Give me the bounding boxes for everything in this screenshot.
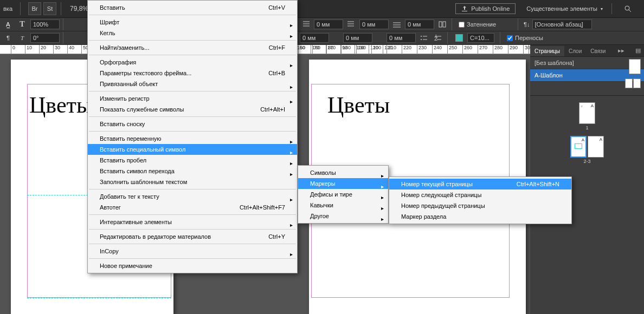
menu-item-label: InCopy bbox=[100, 248, 119, 254]
spread-thumb-2-3[interactable]: A A bbox=[570, 136, 604, 158]
menu-item-shortcut: Ctrl+Y bbox=[247, 233, 285, 240]
master-thumb-a[interactable] bbox=[625, 78, 641, 88]
character-mode-icon[interactable]: A̲ bbox=[2, 18, 14, 30]
menu-item[interactable]: АвтотегCtrl+Alt+Shift+F7 bbox=[88, 202, 297, 213]
paragraph-style-combo[interactable]: [Основной абзац] bbox=[532, 19, 592, 29]
search-button[interactable] bbox=[611, 3, 644, 14]
menu-item-label: Вставить специальный символ bbox=[100, 146, 185, 153]
menu-item[interactable]: Дефисы и тире bbox=[298, 189, 388, 200]
menu-item[interactable]: Маркер раздела bbox=[389, 211, 571, 222]
menu-item[interactable]: Орфография bbox=[88, 57, 297, 68]
guide-line[interactable] bbox=[27, 298, 171, 298]
menu-item[interactable]: Изменить регистр bbox=[88, 93, 297, 104]
menu-item-shortcut: Ctrl+Alt+Shift+N bbox=[495, 181, 559, 187]
menu-item-label: Номер предыдущей страницы bbox=[401, 202, 485, 209]
shading-checkbox[interactable]: Затенение bbox=[459, 21, 496, 28]
shading-swatch-icon[interactable] bbox=[453, 32, 465, 44]
menu-item[interactable]: Интерактивные элементы bbox=[88, 217, 297, 227]
skew-field[interactable]: 0° bbox=[30, 33, 60, 43]
svg-point-5 bbox=[421, 39, 422, 40]
indent-right-icon[interactable] bbox=[345, 18, 357, 30]
ruler-tick: 290 bbox=[508, 45, 518, 54]
svg-rect-3 bbox=[443, 22, 446, 27]
menu-separator bbox=[89, 55, 296, 55]
tracking-field[interactable]: 100% bbox=[30, 19, 60, 29]
menu-separator bbox=[89, 214, 296, 215]
shading-swatch-combo[interactable]: C=10... bbox=[467, 33, 494, 43]
menu-item-label: Заполнить шаблонным текстом bbox=[100, 179, 187, 185]
menu-item[interactable]: Заполнить шаблонным текстом bbox=[88, 176, 297, 187]
menu-item[interactable]: Маркеры bbox=[298, 178, 388, 189]
menu-item[interactable]: Добавить тег к тексту bbox=[88, 191, 297, 202]
menu-item[interactable]: Кегль bbox=[88, 28, 297, 38]
menu-item[interactable]: Новое примечание bbox=[88, 260, 297, 271]
tab-pages[interactable]: Страницы bbox=[530, 46, 564, 56]
bridge-button[interactable]: Br bbox=[28, 2, 41, 15]
menu-item[interactable]: Кавычки bbox=[298, 200, 388, 211]
menu-item[interactable]: InCopy bbox=[88, 246, 297, 257]
columns-icon[interactable] bbox=[436, 18, 448, 30]
panel-collapse-icon[interactable]: ▸▸ bbox=[615, 45, 628, 56]
menu-item[interactable]: Вставить специальный символ bbox=[88, 144, 297, 155]
submenu-special-char[interactable]: СимволыМаркерыДефисы и тиреКавычкиДругое bbox=[298, 165, 389, 224]
menu-separator bbox=[89, 116, 296, 117]
type-tool-icon[interactable]: T bbox=[16, 18, 28, 30]
page-thumb-1[interactable]: A▾ bbox=[579, 102, 595, 124]
master-none-row[interactable]: [Без шаблона] bbox=[530, 57, 644, 69]
workspace-switcher[interactable]: Существенные элементы ▾ bbox=[522, 4, 607, 14]
menu-item[interactable]: Вставить символ перехода bbox=[88, 166, 297, 176]
right-indent-field[interactable]: 0 мм bbox=[359, 19, 389, 29]
tab-layers[interactable]: Слои bbox=[564, 46, 586, 56]
first-indent-field[interactable]: 0 мм bbox=[300, 33, 329, 43]
menu-item-label: Номер следующей страницы bbox=[401, 192, 481, 198]
menu-item[interactable]: Номер следующей страницы bbox=[389, 189, 571, 200]
menu-item-label: Маркеры bbox=[310, 180, 336, 187]
zoom-display[interactable]: 79,8% bbox=[70, 5, 88, 12]
menu-item[interactable]: Номер текущей страницыCtrl+Alt+Shift+N bbox=[389, 179, 571, 189]
menu-item-label: Кегль bbox=[100, 30, 115, 36]
menu-item-label: Вставить переменную bbox=[100, 135, 162, 142]
indent-icon[interactable] bbox=[300, 18, 312, 30]
menu-item-label: Интерактивные элементы bbox=[100, 219, 172, 225]
menu-item[interactable]: Шрифт bbox=[88, 17, 297, 28]
paragraph-mode-icon[interactable]: ¶ bbox=[2, 32, 14, 44]
menu-item[interactable]: Вставить переменную bbox=[88, 133, 297, 144]
space-before-icon[interactable] bbox=[391, 18, 403, 30]
ruler-tick: 230 bbox=[417, 45, 427, 54]
left-indent-field[interactable]: 0 мм bbox=[314, 19, 343, 29]
hyphenate-checkbox[interactable]: Переносы bbox=[507, 35, 543, 41]
menu-item[interactable]: Показать служебные символыCtrl+Alt+I bbox=[88, 104, 297, 115]
menu-item[interactable]: Вставить сноску bbox=[88, 119, 297, 129]
submenu-markers[interactable]: Номер текущей страницыCtrl+Alt+Shift+NНо… bbox=[389, 176, 572, 224]
menu-separator bbox=[89, 258, 296, 259]
space-before-field[interactable]: 0 мм bbox=[405, 19, 434, 29]
menu-item[interactable]: Вставить пробел bbox=[88, 155, 297, 166]
menu-item[interactable]: ВставитьCtrl+V bbox=[88, 2, 297, 13]
chevron-down-icon: ▾ bbox=[601, 6, 603, 11]
context-menu-main[interactable]: ВставитьCtrl+VШрифтКегльНайти/заменить..… bbox=[87, 0, 298, 273]
menu-item[interactable]: Символы bbox=[298, 167, 388, 178]
menu-item-label: Вставить символ перехода bbox=[100, 168, 175, 174]
workspace-label: Существенные элементы bbox=[526, 5, 597, 12]
menu-item[interactable]: Привязанный объект bbox=[88, 78, 297, 89]
publish-online-button[interactable]: Publish Online bbox=[455, 3, 516, 14]
ruler-tick: 160 bbox=[311, 45, 320, 54]
menu-item[interactable]: Другое bbox=[298, 211, 388, 221]
publish-online-label: Publish Online bbox=[471, 5, 510, 12]
menu-item-label: Изменить регистр bbox=[100, 95, 150, 102]
space-after-field[interactable]: 0 мм bbox=[387, 33, 416, 43]
tab-links[interactable]: Связи bbox=[586, 46, 610, 56]
menu-item[interactable]: Найти/заменить...Ctrl+F bbox=[88, 42, 297, 53]
menu-separator bbox=[89, 229, 296, 230]
skew-icon[interactable]: T bbox=[16, 32, 28, 44]
bullets-icon[interactable] bbox=[418, 32, 430, 44]
master-thumb-none[interactable] bbox=[629, 59, 641, 74]
menu-item[interactable]: Редактировать в редакторе материаловCtrl… bbox=[88, 231, 297, 242]
panel-menu-icon[interactable]: ▤ bbox=[632, 45, 644, 56]
last-indent-field[interactable]: 0 мм bbox=[343, 33, 372, 43]
numbering-icon[interactable]: 12 bbox=[432, 32, 444, 44]
menu-item[interactable]: Номер предыдущей страницы bbox=[389, 200, 571, 211]
menu-item[interactable]: Параметры текстового фрейма...Ctrl+B bbox=[88, 68, 297, 78]
menu-item-label: Привязанный объект bbox=[100, 81, 158, 87]
stock-button[interactable]: St bbox=[43, 2, 56, 15]
